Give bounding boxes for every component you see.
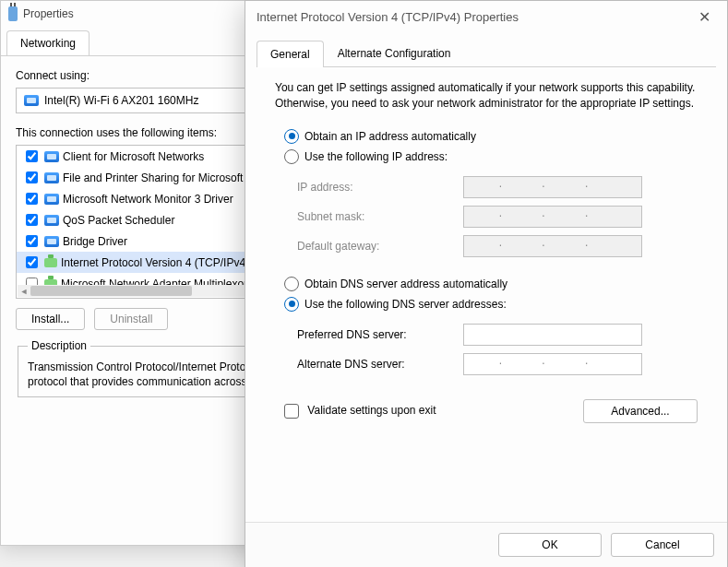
alternate-dns-input[interactable]: . . .	[463, 353, 642, 375]
item-checkbox[interactable]	[26, 256, 38, 268]
radio-icon	[284, 277, 299, 291]
tab-networking[interactable]: Networking	[6, 30, 90, 55]
install-button[interactable]: Install...	[16, 308, 85, 330]
adapter-name: Intel(R) Wi-Fi 6 AX201 160MHz	[44, 94, 198, 107]
description-legend: Description	[28, 339, 90, 352]
item-checkbox[interactable]	[26, 278, 38, 285]
ip-address-input: . . .	[463, 176, 642, 198]
nic-icon	[24, 95, 39, 106]
radio-label: Use the following DNS server addresses:	[304, 298, 507, 311]
nic-icon	[44, 215, 59, 226]
nic-icon	[44, 172, 59, 183]
ok-button[interactable]: OK	[498, 533, 602, 557]
scroll-thumb[interactable]	[30, 286, 192, 296]
item-checkbox[interactable]	[26, 235, 38, 247]
item-checkbox[interactable]	[26, 150, 38, 162]
plug-icon	[8, 6, 18, 21]
ip-address-label: IP address:	[297, 181, 463, 194]
radio-label: Use the following IP address:	[304, 150, 448, 163]
validate-checkbox-row[interactable]: Validate settings upon exit	[284, 404, 436, 419]
advanced-button[interactable]: Advanced...	[583, 399, 698, 423]
subnet-mask-input: . . .	[463, 206, 642, 228]
radio-dns-manual[interactable]: Use the following DNS server addresses:	[284, 294, 698, 314]
close-icon[interactable]: ✕	[693, 6, 716, 28]
item-label: QoS Packet Scheduler	[63, 214, 174, 227]
validate-label: Validate settings upon exit	[307, 404, 436, 417]
uninstall-button[interactable]: Uninstall	[94, 308, 168, 330]
radio-ip-manual[interactable]: Use the following IP address:	[284, 147, 698, 167]
item-label: Microsoft Network Monitor 3 Driver	[63, 193, 233, 206]
nic-icon	[44, 151, 59, 162]
preferred-dns-input[interactable]	[463, 324, 642, 346]
item-checkbox[interactable]	[26, 193, 38, 205]
radio-label: Obtain an IP address automatically	[304, 130, 476, 143]
radio-dns-auto[interactable]: Obtain DNS server address automatically	[284, 274, 698, 294]
dialog-title: Internet Protocol Version 4 (TCP/IPv4) P…	[257, 10, 519, 24]
ipv4-properties-window: Internet Protocol Version 4 (TCP/IPv4) P…	[245, 0, 728, 567]
item-checkbox[interactable]	[26, 171, 38, 183]
radio-label: Obtain DNS server address automatically	[304, 278, 507, 290]
nic-icon	[44, 194, 59, 205]
item-label: Client for Microsoft Networks	[63, 150, 204, 163]
protocol-icon	[44, 258, 57, 267]
preferred-dns-label: Preferred DNS server:	[297, 328, 463, 341]
default-gateway-input: . . .	[463, 235, 642, 257]
tab-alternate-configuration[interactable]: Alternate Configuration	[324, 40, 465, 66]
radio-icon	[284, 297, 299, 312]
item-checkbox[interactable]	[26, 214, 38, 226]
radio-ip-auto[interactable]: Obtain an IP address automatically	[284, 126, 698, 147]
radio-icon	[284, 129, 299, 144]
tab-strip: General Alternate Configuration	[257, 40, 716, 67]
info-text: You can get IP settings assigned automat…	[275, 80, 698, 112]
default-gateway-label: Default gateway:	[297, 240, 463, 253]
subnet-mask-label: Subnet mask:	[297, 210, 463, 223]
tab-general[interactable]: General	[257, 41, 324, 67]
item-label: Bridge Driver	[63, 235, 127, 248]
item-label: Internet Protocol Version 4 (TCP/IPv4)	[61, 256, 249, 269]
cancel-button[interactable]: Cancel	[611, 533, 714, 557]
radio-icon	[284, 149, 299, 164]
alternate-dns-label: Alternate DNS server:	[297, 358, 463, 371]
scroll-left-arrow[interactable]: ◄	[18, 285, 30, 297]
nic-icon	[44, 236, 59, 247]
checkbox-icon	[284, 404, 299, 419]
window-title: Properties	[23, 7, 74, 20]
